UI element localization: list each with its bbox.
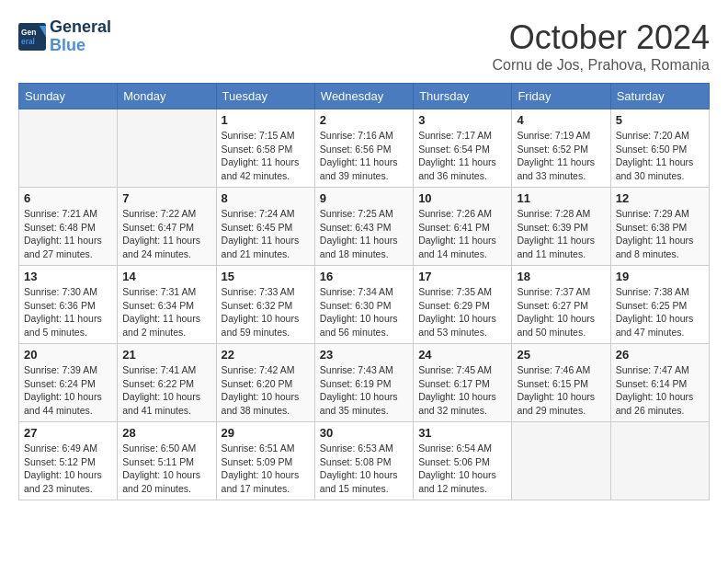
week-row-4: 20Sunrise: 7:39 AMSunset: 6:24 PMDayligh… xyxy=(19,344,710,422)
day-number: 12 xyxy=(616,191,704,205)
day-header-thursday: Thursday xyxy=(414,84,512,109)
day-info: Sunrise: 6:54 AMSunset: 5:06 PMDaylight:… xyxy=(418,442,506,496)
day-info: Sunrise: 7:39 AMSunset: 6:24 PMDaylight:… xyxy=(24,363,112,418)
day-number: 28 xyxy=(122,426,210,440)
day-header-tuesday: Tuesday xyxy=(216,84,314,109)
day-info: Sunrise: 7:22 AMSunset: 6:47 PMDaylight:… xyxy=(122,207,210,261)
calendar-cell: 18Sunrise: 7:37 AMSunset: 6:27 PMDayligh… xyxy=(512,266,610,344)
day-header-friday: Friday xyxy=(512,84,610,109)
calendar-cell: 9Sunrise: 7:25 AMSunset: 6:43 PMDaylight… xyxy=(314,188,413,266)
day-number: 7 xyxy=(122,191,210,205)
calendar-cell: 29Sunrise: 6:51 AMSunset: 5:09 PMDayligh… xyxy=(216,422,314,500)
day-info: Sunrise: 7:20 AMSunset: 6:50 PMDaylight:… xyxy=(616,129,704,183)
day-info: Sunrise: 7:24 AMSunset: 6:45 PMDaylight:… xyxy=(222,207,310,261)
calendar-cell: 30Sunrise: 6:53 AMSunset: 5:08 PMDayligh… xyxy=(314,422,413,500)
week-row-5: 27Sunrise: 6:49 AMSunset: 5:12 PMDayligh… xyxy=(19,422,710,500)
calendar-cell: 19Sunrise: 7:38 AMSunset: 6:25 PMDayligh… xyxy=(610,266,709,344)
calendar-cell: 12Sunrise: 7:29 AMSunset: 6:38 PMDayligh… xyxy=(610,188,709,266)
day-number: 19 xyxy=(616,270,704,283)
day-number: 20 xyxy=(24,348,112,362)
day-number: 26 xyxy=(616,348,704,362)
calendar-cell: 21Sunrise: 7:41 AMSunset: 6:22 PMDayligh… xyxy=(118,344,216,422)
logo-text: General Blue xyxy=(50,18,111,55)
day-info: Sunrise: 7:26 AMSunset: 6:41 PMDaylight:… xyxy=(418,207,506,261)
day-info: Sunrise: 7:17 AMSunset: 6:54 PMDaylight:… xyxy=(418,129,506,183)
calendar-cell: 26Sunrise: 7:47 AMSunset: 6:14 PMDayligh… xyxy=(610,344,709,422)
svg-text:eral: eral xyxy=(21,37,35,46)
calendar-cell: 5Sunrise: 7:20 AMSunset: 6:50 PMDaylight… xyxy=(610,109,709,188)
day-number: 25 xyxy=(517,348,605,362)
day-number: 14 xyxy=(122,270,210,283)
calendar-cell: 17Sunrise: 7:35 AMSunset: 6:29 PMDayligh… xyxy=(414,266,512,344)
calendar-cell: 16Sunrise: 7:34 AMSunset: 6:30 PMDayligh… xyxy=(314,266,413,344)
day-info: Sunrise: 7:46 AMSunset: 6:15 PMDaylight:… xyxy=(517,363,605,418)
day-info: Sunrise: 7:34 AMSunset: 6:30 PMDaylight:… xyxy=(320,285,408,339)
day-number: 27 xyxy=(24,426,112,440)
day-number: 10 xyxy=(418,191,506,205)
calendar-cell: 7Sunrise: 7:22 AMSunset: 6:47 PMDaylight… xyxy=(118,188,216,266)
day-info: Sunrise: 7:45 AMSunset: 6:17 PMDaylight:… xyxy=(418,363,506,418)
day-info: Sunrise: 7:37 AMSunset: 6:27 PMDaylight:… xyxy=(517,285,605,339)
day-number: 29 xyxy=(222,426,310,440)
day-number: 22 xyxy=(222,348,310,362)
title-section: October 2024 Cornu de Jos, Prahova, Roma… xyxy=(492,18,710,74)
day-number: 3 xyxy=(418,113,506,127)
calendar-cell: 20Sunrise: 7:39 AMSunset: 6:24 PMDayligh… xyxy=(19,344,118,422)
day-number: 8 xyxy=(222,191,310,205)
calendar-cell: 8Sunrise: 7:24 AMSunset: 6:45 PMDaylight… xyxy=(216,188,314,266)
week-row-1: 1Sunrise: 7:15 AMSunset: 6:58 PMDaylight… xyxy=(19,109,710,188)
day-number: 5 xyxy=(616,113,704,127)
logo-line2: Blue xyxy=(50,36,85,54)
day-number: 11 xyxy=(517,191,605,205)
location-subtitle: Cornu de Jos, Prahova, Romania xyxy=(492,57,710,74)
calendar-cell: 3Sunrise: 7:17 AMSunset: 6:54 PMDaylight… xyxy=(414,109,512,188)
day-info: Sunrise: 7:30 AMSunset: 6:36 PMDaylight:… xyxy=(24,285,112,339)
calendar-table: SundayMondayTuesdayWednesdayThursdayFrid… xyxy=(18,83,710,500)
logo-icon: Gen eral xyxy=(18,23,46,51)
calendar-header-row: SundayMondayTuesdayWednesdayThursdayFrid… xyxy=(19,84,710,109)
day-number: 15 xyxy=(222,270,310,283)
calendar-cell: 4Sunrise: 7:19 AMSunset: 6:52 PMDaylight… xyxy=(512,109,610,188)
week-row-3: 13Sunrise: 7:30 AMSunset: 6:36 PMDayligh… xyxy=(19,266,710,344)
day-info: Sunrise: 7:41 AMSunset: 6:22 PMDaylight:… xyxy=(122,363,210,418)
day-info: Sunrise: 7:15 AMSunset: 6:58 PMDaylight:… xyxy=(222,129,310,183)
calendar-cell: 6Sunrise: 7:21 AMSunset: 6:48 PMDaylight… xyxy=(19,188,118,266)
day-header-monday: Monday xyxy=(118,84,216,109)
calendar-cell xyxy=(512,422,610,500)
day-header-saturday: Saturday xyxy=(610,84,709,109)
day-number: 9 xyxy=(320,191,408,205)
day-number: 16 xyxy=(320,270,408,283)
day-info: Sunrise: 6:50 AMSunset: 5:11 PMDaylight:… xyxy=(122,442,210,496)
calendar-cell: 25Sunrise: 7:46 AMSunset: 6:15 PMDayligh… xyxy=(512,344,610,422)
day-info: Sunrise: 7:31 AMSunset: 6:34 PMDaylight:… xyxy=(122,285,210,339)
calendar-cell: 31Sunrise: 6:54 AMSunset: 5:06 PMDayligh… xyxy=(414,422,512,500)
day-info: Sunrise: 7:42 AMSunset: 6:20 PMDaylight:… xyxy=(222,363,310,418)
day-number: 17 xyxy=(418,270,506,283)
day-number: 1 xyxy=(222,113,310,127)
calendar-cell: 22Sunrise: 7:42 AMSunset: 6:20 PMDayligh… xyxy=(216,344,314,422)
day-info: Sunrise: 6:53 AMSunset: 5:08 PMDaylight:… xyxy=(320,442,408,496)
week-row-2: 6Sunrise: 7:21 AMSunset: 6:48 PMDaylight… xyxy=(19,188,710,266)
calendar-cell: 2Sunrise: 7:16 AMSunset: 6:56 PMDaylight… xyxy=(314,109,413,188)
day-info: Sunrise: 7:33 AMSunset: 6:32 PMDaylight:… xyxy=(222,285,310,339)
day-number: 4 xyxy=(517,113,605,127)
calendar-cell: 13Sunrise: 7:30 AMSunset: 6:36 PMDayligh… xyxy=(19,266,118,344)
day-info: Sunrise: 7:21 AMSunset: 6:48 PMDaylight:… xyxy=(24,207,112,261)
calendar-cell xyxy=(19,109,118,188)
day-number: 2 xyxy=(320,113,408,127)
day-info: Sunrise: 7:28 AMSunset: 6:39 PMDaylight:… xyxy=(517,207,605,261)
day-number: 21 xyxy=(122,348,210,362)
day-number: 23 xyxy=(320,348,408,362)
day-number: 31 xyxy=(418,426,506,440)
svg-text:Gen: Gen xyxy=(21,28,36,37)
calendar-cell: 27Sunrise: 6:49 AMSunset: 5:12 PMDayligh… xyxy=(19,422,118,500)
month-title: October 2024 xyxy=(492,18,710,57)
calendar-cell: 14Sunrise: 7:31 AMSunset: 6:34 PMDayligh… xyxy=(118,266,216,344)
day-header-sunday: Sunday xyxy=(19,84,118,109)
day-header-wednesday: Wednesday xyxy=(314,84,413,109)
calendar-cell xyxy=(118,109,216,188)
day-info: Sunrise: 7:19 AMSunset: 6:52 PMDaylight:… xyxy=(517,129,605,183)
day-number: 6 xyxy=(24,191,112,205)
calendar-cell: 23Sunrise: 7:43 AMSunset: 6:19 PMDayligh… xyxy=(314,344,413,422)
calendar-cell: 10Sunrise: 7:26 AMSunset: 6:41 PMDayligh… xyxy=(414,188,512,266)
